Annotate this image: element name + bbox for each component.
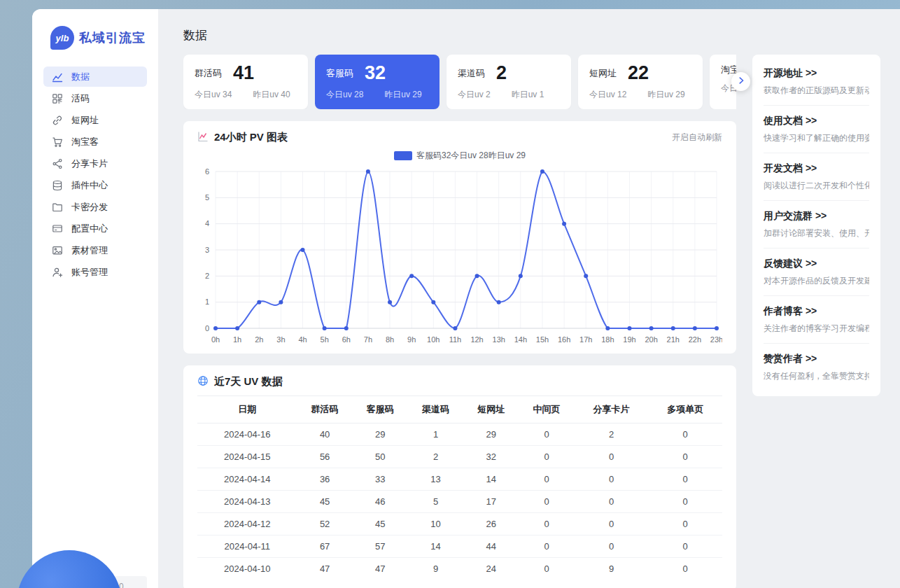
- quick-link-item[interactable]: 用户交流群 >> 加群讨论部署安装、使用、开...: [764, 201, 869, 248]
- stat-card-yesterday-uv: 昨日uv 1: [512, 89, 544, 101]
- svg-text:12h: 12h: [470, 335, 483, 344]
- svg-text:13h: 13h: [493, 335, 505, 344]
- sidebar-item-icon: [52, 245, 63, 256]
- stat-card-today-uv: 今日uv 34: [195, 89, 232, 101]
- table-row: 2024-04-164029129020: [197, 424, 722, 446]
- uv-cell: 2024-04-13: [197, 491, 297, 513]
- quick-link-item[interactable]: 作者博客 >> 关注作者的博客学习开发编程...: [764, 296, 869, 344]
- uv-cell: 0: [575, 446, 649, 468]
- uv-cell: 0: [575, 513, 649, 536]
- uv-cell: 45: [297, 491, 353, 513]
- svg-text:19h: 19h: [623, 335, 635, 344]
- pv-chart-card: 24小时 PV 图表 开启自动刷新 客服码32今日uv 28昨日uv 29 01…: [183, 121, 736, 354]
- svg-text:2: 2: [205, 272, 209, 280]
- uv-cell: 0: [519, 468, 574, 491]
- sidebar-item-icon: [52, 267, 63, 278]
- sidebar-item[interactable]: 短网址: [43, 110, 147, 130]
- sidebar-item-icon: [52, 202, 63, 213]
- quick-links-panel: 开源地址 >> 获取作者的正版源码及更新动... 使用文档 >> 快速学习和了解…: [752, 55, 880, 396]
- stat-card[interactable]: 渠道码 2 今日uv 2 昨日uv 1: [447, 55, 571, 109]
- stat-cards-carousel: 群活码 41 今日uv 34 昨日uv 40: [183, 55, 736, 109]
- sidebar-item-icon: [52, 180, 63, 191]
- sidebar-item[interactable]: 账号管理: [43, 262, 147, 282]
- uv-cell: 32: [463, 446, 519, 468]
- sidebar-item[interactable]: 素材管理: [43, 240, 147, 260]
- uv-cell: 29: [353, 424, 408, 446]
- uv-cell: 0: [519, 558, 574, 580]
- uv-cell: 5: [408, 491, 463, 513]
- uv-cell: 0: [648, 558, 722, 580]
- quick-link-item[interactable]: 使用文档 >> 快速学习和了解正确的使用姿...: [764, 106, 869, 153]
- sidebar-item-label: 素材管理: [71, 244, 108, 257]
- table-row: 2024-04-134546517000: [197, 491, 722, 513]
- uv-cell: 24: [463, 558, 519, 580]
- uv-cell: 0: [648, 446, 722, 468]
- uv-cell: 56: [297, 446, 353, 468]
- uv-cell: 0: [519, 446, 574, 468]
- uv-cell: 40: [297, 424, 353, 446]
- sidebar-item-label: 卡密分发: [71, 201, 108, 214]
- svg-text:3: 3: [205, 246, 209, 254]
- quick-link-desc: 对本开源作品的反馈及开发建...: [764, 275, 869, 287]
- quick-link-desc: 阅读以进行二次开发和个性化...: [764, 180, 869, 192]
- quick-link-desc: 没有任何盈利，全靠赞赏支持...: [764, 370, 869, 382]
- quick-link-title: 赞赏作者 >>: [764, 353, 869, 365]
- uv-cell: 9: [408, 558, 463, 580]
- uv-cell: 50: [353, 446, 408, 468]
- stat-card[interactable]: 客服码 32 今日uv 28 昨日uv 29: [315, 55, 440, 109]
- uv-cell: 0: [575, 536, 649, 558]
- quick-link-item[interactable]: 反馈建议 >> 对本开源作品的反馈及开发建...: [764, 248, 869, 296]
- uv-column-header: 日期: [197, 396, 297, 424]
- uv-cell: 2024-04-12: [197, 513, 297, 536]
- auto-refresh-toggle[interactable]: 开启自动刷新: [672, 132, 722, 144]
- quick-link-desc: 加群讨论部署安装、使用、开...: [764, 227, 869, 239]
- svg-text:5h: 5h: [321, 335, 329, 344]
- uv-cell: 26: [463, 513, 519, 536]
- carousel-next-button[interactable]: [731, 72, 750, 91]
- uv-column-header: 分享卡片: [575, 396, 649, 424]
- svg-text:1: 1: [205, 298, 209, 306]
- sidebar-item[interactable]: 活码: [43, 88, 147, 108]
- svg-text:15h: 15h: [536, 335, 549, 344]
- uv-column-header: 短网址: [463, 396, 519, 424]
- uv-cell: 45: [353, 513, 408, 536]
- quick-link-title: 反馈建议 >>: [764, 258, 869, 270]
- quick-link-item[interactable]: 开发文档 >> 阅读以进行二次开发和个性化...: [764, 153, 869, 201]
- uv-table-card: 近7天 UV 数据 日期群活码客服码渠道码短网址中间页分享卡片多项单页 2024…: [183, 365, 736, 588]
- uv-cell: 33: [353, 468, 408, 491]
- svg-text:21h: 21h: [667, 335, 680, 344]
- uv-cell: 57: [353, 536, 408, 558]
- chart-legend[interactable]: 客服码32今日uv 28昨日uv 29: [197, 150, 722, 162]
- stat-card[interactable]: 短网址 22 今日uv 12 昨日uv 29: [578, 55, 703, 109]
- stat-card[interactable]: 群活码 41 今日uv 34 昨日uv 40: [183, 55, 308, 109]
- quick-link-item[interactable]: 开源地址 >> 获取作者的正版源码及更新动...: [764, 58, 869, 106]
- sidebar-item[interactable]: 分享卡片: [43, 153, 147, 174]
- uv-cell: 2: [408, 446, 463, 468]
- uv-table: 日期群活码客服码渠道码短网址中间页分享卡片多项单页 2024-04-164029…: [197, 396, 722, 580]
- uv-cell: 0: [648, 468, 722, 491]
- stat-card-value: 32: [365, 64, 386, 83]
- sidebar-item-icon: [52, 93, 63, 104]
- sidebar-item[interactable]: 数据: [43, 66, 147, 87]
- uv-cell: 52: [297, 513, 353, 536]
- uv-cell: 0: [519, 491, 574, 513]
- table-row: 2024-04-155650232000: [197, 446, 722, 468]
- legend-label: 客服码32今日uv 28昨日uv 29: [416, 150, 526, 162]
- svg-text:6: 6: [205, 167, 209, 176]
- uv-cell: 2024-04-15: [197, 446, 297, 468]
- sidebar-item[interactable]: 插件中心: [43, 175, 147, 195]
- sidebar-item-label: 数据: [71, 71, 90, 83]
- svg-text:7h: 7h: [364, 335, 372, 344]
- quick-link-item[interactable]: 赞赏作者 >> 没有任何盈利，全靠赞赏支持...: [764, 344, 869, 391]
- uv-cell: 29: [463, 424, 519, 446]
- sidebar-item[interactable]: 卡密分发: [43, 197, 147, 217]
- uv-cell: 1: [408, 424, 463, 446]
- sidebar: ylb 私域引流宝 数据 活码: [32, 9, 158, 588]
- svg-text:11h: 11h: [449, 335, 462, 344]
- sidebar-item-icon: [52, 158, 63, 169]
- stat-card-yesterday-uv: 昨日uv 29: [647, 89, 684, 101]
- sidebar-item[interactable]: 配置中心: [43, 218, 147, 239]
- quick-link-desc: 关注作者的博客学习开发编程...: [764, 323, 869, 335]
- uv-cell: 0: [519, 513, 574, 536]
- sidebar-item[interactable]: 淘宝客: [43, 132, 147, 152]
